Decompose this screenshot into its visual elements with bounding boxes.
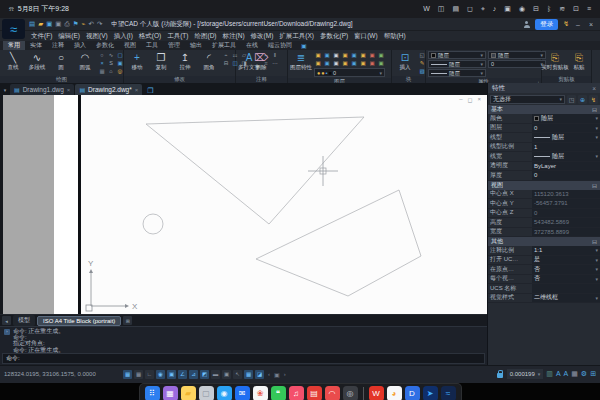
property-value[interactable]: 0 (532, 209, 600, 218)
menu-item[interactable]: 视图(V) (83, 32, 111, 41)
status-toggle-icon[interactable]: ▣ (222, 370, 231, 379)
layers-tool-icon[interactable]: ▣ (350, 60, 358, 67)
draw-tool-icon[interactable]: ▣ (116, 60, 124, 67)
drawing1-window[interactable] (0, 95, 78, 314)
property-value[interactable]: 是▾ (532, 256, 600, 265)
fillet-button[interactable]: ◜圆角 (198, 51, 220, 71)
collapse-icon[interactable]: ⊟ (592, 182, 597, 189)
status-toggle-icon[interactable]: ◪ (255, 370, 264, 379)
circle-button[interactable]: ○圆 (50, 51, 72, 71)
layers-tool-icon[interactable]: ▣ (377, 52, 385, 59)
ribbon-tab[interactable]: 输出 (185, 41, 207, 50)
dock-icon-app-circle[interactable]: ◕ (387, 386, 402, 400)
property-dropdown[interactable]: 随层▾ (428, 60, 486, 68)
status-toggle-icon[interactable]: ∠ (178, 370, 187, 379)
quick-access-icon[interactable]: ▤ (28, 20, 36, 28)
draw-tool-icon[interactable]: ▢ (116, 52, 124, 59)
modify-tool-icon[interactable]: ⌁ (222, 52, 230, 59)
layers-tool-icon[interactable]: ▣ (314, 60, 322, 67)
ribbon-tab[interactable]: 在线 (241, 41, 263, 50)
menu-item[interactable]: 修改(M) (248, 32, 277, 41)
dock-icon-app-bird[interactable]: ➤ (423, 386, 438, 400)
selection-dropdown[interactable]: 无选择 ▾ (490, 95, 565, 104)
polygon-entity[interactable] (256, 190, 421, 296)
property-value[interactable] (532, 284, 600, 293)
menu-item[interactable]: 插入(I) (111, 32, 136, 41)
menu-item[interactable]: 格式(O) (136, 32, 164, 41)
quick-access-icon[interactable]: ⌁ (81, 20, 87, 28)
property-value[interactable]: ByLayer (532, 162, 600, 171)
menu-item[interactable]: 窗口(W) (351, 32, 380, 41)
status-nav-icon[interactable]: ▣ (273, 371, 281, 378)
dock-icon-music[interactable]: ♫ (289, 386, 304, 400)
layers-tool-icon[interactable]: ▣ (341, 52, 349, 59)
panel-launcher-icon[interactable]: ⌟ (536, 78, 539, 83)
bolt-icon[interactable]: ↯ (563, 20, 569, 28)
layers-tool-icon[interactable]: ▣ (368, 52, 376, 59)
ribbon-tab[interactable]: 插入 (69, 41, 91, 50)
menubar-status-icon[interactable]: ⌖ (481, 5, 485, 13)
ribbon-tab[interactable]: 管理 (163, 41, 185, 50)
new-document-icon[interactable]: ❐ (143, 87, 157, 95)
child-close-icon[interactable]: × (477, 96, 481, 103)
status-tool-icon[interactable]: ⊞ (590, 370, 596, 378)
properties-close-icon[interactable]: × (592, 85, 596, 92)
layers-tool-icon[interactable]: ▣ (377, 60, 385, 67)
close-icon[interactable]: × (67, 87, 71, 93)
dock-icon-files[interactable]: ▰ (181, 386, 196, 400)
status-toggle-icon[interactable]: ▣ (167, 370, 176, 379)
draw-tool-icon[interactable]: ⌂ (107, 68, 115, 75)
menu-item[interactable]: 参数化(P) (317, 32, 351, 41)
draw-tool-icon[interactable]: ◎ (116, 68, 124, 75)
layers-tool-icon[interactable]: ▣ (359, 52, 367, 59)
ribbon-extra-icon[interactable]: ▣ (297, 41, 311, 50)
arc-button[interactable]: ◠圆弧 (74, 51, 96, 71)
menubar-status-icon[interactable]: ◻ (467, 5, 473, 13)
dock-icon-launchpad[interactable]: ⠿ (145, 386, 160, 400)
document-tab[interactable]: ▤Drawing1.dwg× (10, 84, 74, 95)
dock-icon-wps[interactable]: W (369, 386, 384, 400)
status-toggle-icon[interactable]: ↖ (233, 370, 242, 379)
quick-access-icon[interactable]: ▰ (37, 20, 44, 28)
command-window[interactable]: › 命令: 正在重生成。命令:指定对角点:命令: 正在重生成。 命令: (0, 326, 487, 365)
child-restore-icon[interactable]: ◻ (468, 96, 473, 103)
new-layout-icon[interactable]: ⊞ (123, 316, 132, 325)
status-tool-icon[interactable]: A (564, 370, 569, 378)
property-value[interactable]: 0▾ (532, 124, 600, 133)
collapse-icon[interactable]: ⊟ (592, 238, 597, 245)
ribbon-tab[interactable]: 工具 (141, 41, 163, 50)
property-value[interactable]: 0 (532, 171, 600, 180)
dock-icon-app-d[interactable]: D (405, 386, 420, 400)
quick-access-icon[interactable]: ▣ (45, 20, 53, 28)
status-tool-icon[interactable]: A (556, 370, 561, 378)
menubar-status-icon[interactable]: ◫ (438, 5, 445, 13)
ribbon-tab[interactable]: 视图 (119, 41, 141, 50)
rt-clipboard-button[interactable]: ⎘实时剪贴板 (544, 51, 566, 71)
property-value[interactable]: 543482.5869 (532, 218, 600, 227)
dock-icon-browser[interactable]: ◉ (217, 386, 232, 400)
menubar-status-icon[interactable]: ⊡ (573, 5, 579, 13)
login-button[interactable]: 登录 (535, 19, 558, 30)
draw-tool-icon[interactable]: ▦ (98, 68, 106, 75)
property-value[interactable]: 否▾ (532, 275, 600, 284)
quick-access-icon[interactable]: ▣ (54, 20, 62, 28)
layout-tab[interactable]: 模型 (13, 315, 35, 326)
menubar-status-icon[interactable]: ≡ (587, 5, 591, 13)
mtext-button[interactable]: A多行文字 (238, 51, 260, 71)
close-button[interactable]: × (587, 21, 595, 28)
command-input[interactable]: 命令: (2, 353, 485, 364)
status-toggle-icon[interactable]: ▦ (123, 370, 132, 379)
dock-icon-messages[interactable]: ❝ (271, 386, 286, 400)
collapse-icon[interactable]: ⊟ (592, 106, 597, 113)
drawing2-canvas[interactable]: –◻× XY (81, 95, 487, 314)
menubar-status-icon[interactable]: ◉ (519, 5, 525, 13)
circle-entity[interactable] (143, 214, 163, 234)
ribbon-tab[interactable]: 扩展工具 (207, 41, 241, 50)
user-avatar-icon[interactable] (523, 21, 530, 28)
property-value[interactable]: 二维线框▾ (532, 294, 600, 303)
dock-icon-settings[interactable]: ◎ (343, 386, 358, 400)
copy-button[interactable]: ❐复制 (150, 51, 172, 71)
move-button[interactable]: +移动 (126, 51, 148, 71)
draw-tool-icon[interactable]: ∿ (107, 52, 115, 59)
modify-tool-icon[interactable]: ⊟ (222, 60, 230, 67)
